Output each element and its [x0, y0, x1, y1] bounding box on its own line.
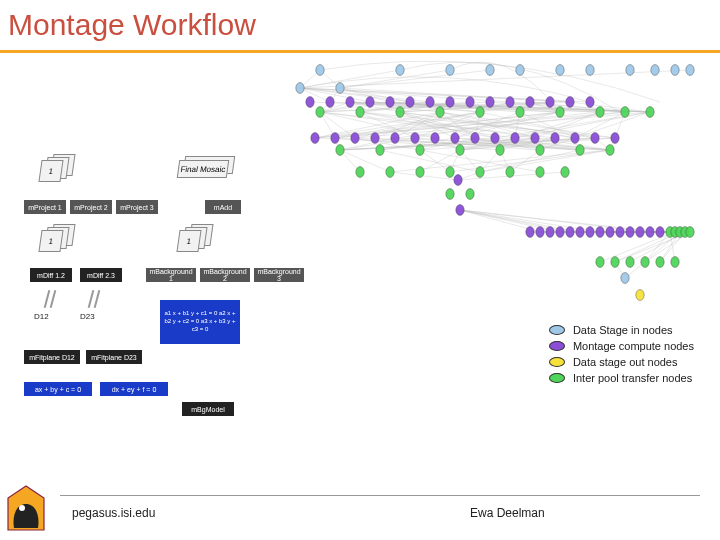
dag-node: [396, 107, 404, 118]
dag-node: [386, 167, 394, 178]
dag-node: [391, 133, 399, 144]
dag-node: [506, 97, 514, 108]
dag-node: [656, 257, 664, 268]
legend: Data Stage in nodes Montage compute node…: [549, 324, 694, 388]
dag-node: [506, 167, 514, 178]
dag-node: [476, 167, 484, 178]
dag-node: [446, 167, 454, 178]
dag-node: [686, 227, 694, 238]
dag-node: [454, 175, 462, 186]
dag-node: [536, 145, 544, 156]
dag-node: [386, 97, 394, 108]
dag-node: [316, 107, 324, 118]
card: 1: [38, 160, 63, 182]
legend-item: Inter pool transfer nodes: [549, 372, 694, 384]
legend-item: Data Stage in nodes: [549, 324, 694, 336]
dag-node: [456, 145, 464, 156]
legend-label: Inter pool transfer nodes: [573, 372, 692, 384]
dag-node: [621, 107, 629, 118]
box-mproject: mProject 3: [116, 200, 158, 214]
dag-node: [646, 107, 654, 118]
dag-node: [351, 133, 359, 144]
dag-node: [311, 133, 319, 144]
dag-node: [686, 65, 694, 76]
dag-node: [616, 227, 624, 238]
dag-node: [456, 205, 464, 216]
dag-node: [356, 167, 364, 178]
dag-node: [531, 133, 539, 144]
dag-node: [556, 227, 564, 238]
box-mdiff: mDiff 2.3: [80, 268, 122, 282]
dag-node: [366, 97, 374, 108]
dag-node: [626, 227, 634, 238]
dag-node: [431, 133, 439, 144]
dag-node: [656, 227, 664, 238]
dag-node: [576, 145, 584, 156]
dag-node: [611, 257, 619, 268]
dag-node: [586, 65, 594, 76]
legend-label: Data stage out nodes: [573, 356, 678, 368]
dag-node: [466, 189, 474, 200]
dag-node: [586, 227, 594, 238]
dag-node: [596, 257, 604, 268]
dag-node: [486, 65, 494, 76]
label-d12: D12: [34, 312, 49, 321]
dag-node: [566, 97, 574, 108]
dag-node: [416, 145, 424, 156]
page-title: Montage Workflow: [8, 8, 256, 42]
dag-node: [406, 97, 414, 108]
ellipse-icon: [549, 341, 565, 351]
dag-node: [336, 145, 344, 156]
dag-node: [466, 97, 474, 108]
dag-node: [526, 227, 534, 238]
dag-node: [516, 107, 524, 118]
dag-node: [376, 145, 384, 156]
dag-node: [576, 227, 584, 238]
ellipse-icon: [549, 325, 565, 335]
dag-node: [516, 65, 524, 76]
footer-rule: [60, 495, 700, 496]
dag-node: [606, 227, 614, 238]
dag-node: [636, 290, 644, 301]
dag-node: [561, 167, 569, 178]
dag-node: [331, 133, 339, 144]
dag-node: [491, 133, 499, 144]
dag-node: [621, 273, 629, 284]
box-mproject: mProject 1: [24, 200, 66, 214]
title-rule: [0, 50, 720, 53]
dag-node: [511, 133, 519, 144]
dag-node: [471, 133, 479, 144]
box-formulas: a1 x + b1 y + c1 = 0 a2 x + b2 y + c2 = …: [160, 300, 240, 344]
card: 1: [38, 230, 63, 252]
footer-author: Ewa Deelman: [470, 506, 545, 520]
dag-node: [371, 133, 379, 144]
dag-node: [556, 65, 564, 76]
box-madd: mAdd: [205, 200, 241, 214]
dag-node: [636, 227, 644, 238]
dag-node: [536, 227, 544, 238]
dag-node: [566, 227, 574, 238]
box-bg: mBackground 2: [200, 268, 250, 282]
dag-node: [651, 65, 659, 76]
dag-node: [356, 107, 364, 118]
dag-node: [426, 97, 434, 108]
box-mdiff: mDiff 1.2: [30, 268, 72, 282]
dag-node: [551, 133, 559, 144]
dag-node: [671, 65, 679, 76]
footer-link: pegasus.isi.edu: [72, 506, 155, 520]
dag-graph: [260, 60, 710, 310]
box-bgmodel: mBgModel: [182, 402, 234, 416]
dag-node: [586, 97, 594, 108]
line: [94, 290, 101, 308]
dag-node: [626, 257, 634, 268]
dag-node: [411, 133, 419, 144]
dag-node: [596, 227, 604, 238]
dag-node: [296, 83, 304, 94]
dag-node: [416, 167, 424, 178]
dag-node: [446, 189, 454, 200]
line: [50, 290, 57, 308]
dag-node: [571, 133, 579, 144]
dag-node: [316, 65, 324, 76]
box-sol: dx + ey + f = 0: [100, 382, 168, 396]
dag-node: [496, 145, 504, 156]
